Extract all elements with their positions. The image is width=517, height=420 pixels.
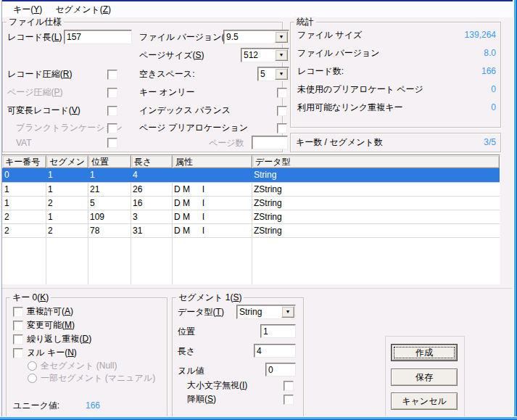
data-type-combo[interactable]: String▼ [236,305,296,319]
vat-checkbox [107,138,117,148]
table-row[interactable]: 2 1 109 3 D M I ZString [2,210,500,224]
all-segments-radio [28,361,37,371]
unique-values-label: ユニーク値: [13,400,59,411]
menu-segment[interactable]: セグメント(Z) [49,2,117,17]
length-label: 長さ [178,346,195,356]
partial-segments-radio [28,374,37,383]
record-compression-label: レコード圧縮(R) [7,69,73,79]
key-segment-count-label: キー数 / セグメント数 [296,137,383,147]
dropdown-arrow-icon[interactable]: ▼ [275,49,288,61]
table-row[interactable]: 1 2 5 16 D M I ZString [2,197,500,210]
key-segment-count-value: 3/5 [406,137,496,147]
record-length-label: レコード長(L) [7,32,62,42]
window-border-bottom [0,416,517,420]
stat-label: 未使用のプリアロケート ページ [297,84,423,94]
stat-label: ファイル サイズ [297,30,362,40]
variable-records-label: 可変長レコード(V) [7,105,80,115]
window-border-right [513,0,517,420]
null-value-label: ヌル値 [178,366,204,376]
file-version-label: ファイル バージョン(F) [139,32,233,42]
separator-line [0,288,517,289]
all-segments-label: 全セグメント (Null) [41,361,117,371]
cancel-button[interactable]: キャンセル [391,392,458,410]
data-type-label: データ型(T) [178,307,224,317]
file-version-combo[interactable]: 9.5▼ [223,30,289,44]
file-spec-title: ファイル仕様 [7,17,64,27]
focus-rectangle [394,347,455,358]
dropdown-arrow-icon[interactable]: ▼ [275,31,288,43]
key-only-label: キー オンリー [139,87,194,97]
position-input[interactable]: 1 [260,324,296,338]
stat-value: 0 [406,102,496,112]
menu-bar: キー(Y) セグメント(Z) [2,1,513,17]
column-header[interactable]: キー番号 [2,155,46,168]
page-count-input[interactable] [252,136,288,149]
page-compression-checkbox [107,88,117,98]
unique-values-value: 166 [86,400,100,411]
stat-value: 166 [406,66,496,76]
length-input[interactable]: 4 [254,344,296,358]
allow-duplicates-label: 重複許可(A) [27,306,73,316]
stat-label: レコード数: [297,66,344,76]
key-segment-table[interactable]: キー番号 セグメント 位置 長さ 属性 データ型 0 1 1 4 String … [1,155,500,284]
descending-label: 降順(S) [187,394,216,404]
page-size-label: ページサイズ(S) [139,50,204,60]
column-header[interactable]: セグメント [46,155,88,168]
page-count-label: ページ数 [209,138,244,148]
stat-label: ファイル バージョン [297,48,380,58]
stat-value: 8.0 [406,48,496,58]
modifiable-checkbox[interactable] [13,321,23,331]
modifiable-label: 変更可能(M) [27,320,75,330]
case-insensitive-label: 大小文字無視(I) [187,380,247,390]
stat-label: 利用可能なリンク重複キー [297,102,402,112]
vat-label: VAT [16,138,32,148]
repeating-duplicates-label: 繰り返し重複(D) [27,334,91,344]
record-compression-checkbox[interactable] [107,70,117,80]
position-label: 位置 [178,326,195,337]
record-length-input[interactable]: 157 [64,30,132,44]
save-button[interactable]: 保存 [391,368,458,386]
dropdown-arrow-icon[interactable]: ▼ [275,68,288,80]
key-options-title: キー 0(K) [10,292,51,302]
null-key-checkbox[interactable] [13,348,23,358]
segment-options-title: セグメント 1(S) [176,292,244,302]
window-border-left [0,0,2,420]
index-balance-checkbox[interactable] [277,106,287,116]
null-key-label: ヌル キー(N) [27,347,77,358]
table-row[interactable]: 2 2 78 31 D M I ZString [2,224,500,238]
index-balance-label: インデックス バランス [139,105,231,115]
stat-value: 0 [406,84,496,94]
column-header[interactable]: 長さ [131,155,173,168]
page-preallocation-label: ページ プリアロケーション [139,123,248,133]
key-only-checkbox[interactable] [277,88,287,98]
column-header[interactable]: 属性 [173,155,252,168]
blank-truncation-checkbox [107,123,117,133]
repeating-duplicates-checkbox[interactable] [13,334,23,345]
page-compression-label: ページ圧縮(P) [7,87,63,97]
allow-duplicates-checkbox[interactable] [13,307,23,317]
null-value-input[interactable]: 0 [265,363,296,376]
menu-key[interactable]: キー(Y) [7,2,48,17]
stat-value: 139,264 [406,30,496,40]
variable-records-checkbox[interactable] [107,106,117,116]
free-space-label: 空きスペース: [139,69,194,79]
create-button[interactable]: 作成 [391,344,458,361]
dropdown-arrow-icon[interactable]: ▼ [281,306,294,318]
page-size-combo[interactable]: 512▼ [241,48,289,62]
table-row[interactable]: 0 1 1 4 String [2,168,500,182]
free-space-combo[interactable]: 5▼ [257,67,289,81]
table-row[interactable]: 1 1 21 26 D M I ZString [2,183,500,197]
page-preallocation-checkbox[interactable] [277,123,287,133]
partial-segments-label: 一部セグメント (マニュアル) [41,373,155,383]
case-insensitive-checkbox[interactable] [284,381,294,391]
statistics-title: 統計 [294,17,316,27]
btrieve-file-dialog: キー(Y) セグメント(Z) ファイル仕様 レコード長(L) 157 ファイル … [0,0,517,420]
column-header[interactable]: 位置 [88,155,131,168]
descending-checkbox[interactable] [284,395,294,405]
column-header[interactable]: データ型 [252,155,500,168]
